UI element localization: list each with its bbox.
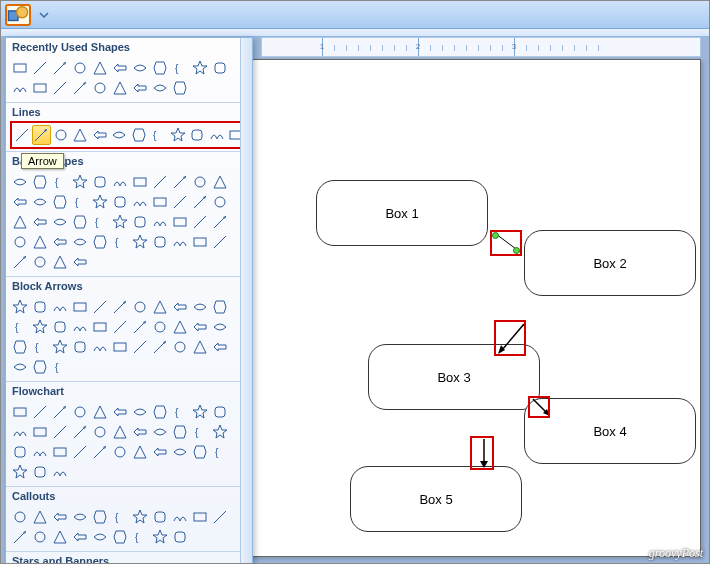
panel-scrollbar[interactable]	[240, 38, 252, 564]
shape-option[interactable]	[130, 422, 150, 442]
shape-option[interactable]	[30, 58, 50, 78]
shape-option[interactable]	[10, 527, 30, 547]
shape-option[interactable]	[30, 462, 50, 482]
shape-option[interactable]	[10, 462, 30, 482]
shape-option[interactable]	[10, 78, 30, 98]
shape-option[interactable]	[50, 58, 70, 78]
shape-option[interactable]	[10, 192, 30, 212]
shape-option[interactable]	[50, 462, 70, 482]
shape-option[interactable]	[150, 192, 170, 212]
shape-option[interactable]	[170, 527, 190, 547]
shape-option[interactable]	[10, 337, 30, 357]
connector-highlight[interactable]	[470, 436, 494, 470]
shape-option[interactable]	[170, 422, 190, 442]
shape-option[interactable]	[70, 297, 90, 317]
line-shape[interactable]	[168, 125, 188, 145]
shape-option[interactable]	[190, 402, 210, 422]
shape-option[interactable]	[210, 507, 230, 527]
shape-option[interactable]: {	[210, 442, 230, 462]
shape-option[interactable]	[130, 442, 150, 462]
shape-option[interactable]	[30, 317, 50, 337]
flowchart-box[interactable]: Box 2	[524, 230, 696, 296]
shape-option[interactable]	[150, 78, 170, 98]
shape-option[interactable]	[150, 317, 170, 337]
shape-option[interactable]	[70, 507, 90, 527]
shape-option[interactable]: {	[130, 527, 150, 547]
shape-option[interactable]	[130, 297, 150, 317]
shape-option[interactable]	[10, 252, 30, 272]
line-shape[interactable]	[51, 125, 71, 145]
shape-option[interactable]: {	[170, 58, 190, 78]
shape-option[interactable]	[190, 317, 210, 337]
shape-option[interactable]	[190, 58, 210, 78]
shape-option[interactable]	[150, 507, 170, 527]
shape-option[interactable]	[190, 507, 210, 527]
shape-option[interactable]	[170, 442, 190, 462]
shape-option[interactable]	[90, 317, 110, 337]
shape-option[interactable]	[90, 442, 110, 462]
shape-option[interactable]	[150, 337, 170, 357]
shape-option[interactable]	[150, 442, 170, 462]
shape-option[interactable]	[50, 442, 70, 462]
shape-option[interactable]	[30, 357, 50, 377]
shape-option[interactable]	[110, 317, 130, 337]
shape-option[interactable]	[30, 252, 50, 272]
shape-option[interactable]	[10, 507, 30, 527]
shape-option[interactable]	[10, 422, 30, 442]
shape-option[interactable]	[50, 252, 70, 272]
shape-option[interactable]	[90, 192, 110, 212]
shape-option[interactable]	[190, 212, 210, 232]
shape-option[interactable]: {	[190, 422, 210, 442]
shape-option[interactable]	[30, 232, 50, 252]
shape-option[interactable]	[70, 212, 90, 232]
shape-option[interactable]: {	[10, 317, 30, 337]
shape-option[interactable]	[70, 402, 90, 422]
shape-option[interactable]	[110, 527, 130, 547]
line-shape[interactable]	[90, 125, 110, 145]
shapes-gallery-button[interactable]	[5, 4, 31, 26]
shape-option[interactable]	[70, 527, 90, 547]
shape-option[interactable]	[210, 422, 230, 442]
shape-option[interactable]	[90, 78, 110, 98]
shape-option[interactable]	[70, 317, 90, 337]
shape-option[interactable]	[190, 172, 210, 192]
shape-option[interactable]	[110, 78, 130, 98]
flowchart-box[interactable]: Box 1	[316, 180, 488, 246]
shape-option[interactable]	[130, 58, 150, 78]
shape-option[interactable]	[10, 357, 30, 377]
shape-option[interactable]	[10, 297, 30, 317]
shape-option[interactable]	[70, 78, 90, 98]
shape-option[interactable]	[130, 507, 150, 527]
shape-option[interactable]	[150, 297, 170, 317]
connector-highlight[interactable]	[494, 320, 526, 356]
shape-option[interactable]	[190, 192, 210, 212]
shape-option[interactable]	[110, 192, 130, 212]
shape-option[interactable]	[30, 297, 50, 317]
shape-option[interactable]	[210, 337, 230, 357]
shape-option[interactable]	[10, 402, 30, 422]
line-shape[interactable]	[207, 125, 227, 145]
shape-option[interactable]	[90, 232, 110, 252]
shape-option[interactable]	[110, 442, 130, 462]
shape-option[interactable]	[30, 422, 50, 442]
shape-option[interactable]	[210, 192, 230, 212]
shape-option[interactable]	[170, 212, 190, 232]
connector-highlight[interactable]	[528, 396, 550, 418]
shape-option[interactable]	[170, 232, 190, 252]
shape-option[interactable]	[110, 422, 130, 442]
line-shape[interactable]	[71, 125, 91, 145]
shape-option[interactable]	[190, 297, 210, 317]
shape-option[interactable]	[210, 297, 230, 317]
shape-option[interactable]	[170, 297, 190, 317]
shape-option[interactable]	[170, 507, 190, 527]
shape-option[interactable]: {	[50, 172, 70, 192]
shape-option[interactable]	[130, 317, 150, 337]
shape-option[interactable]	[50, 232, 70, 252]
shape-option[interactable]	[70, 172, 90, 192]
shape-option[interactable]	[170, 78, 190, 98]
shape-option[interactable]	[110, 172, 130, 192]
flowchart-box[interactable]: Box 5	[350, 466, 522, 532]
shape-option[interactable]	[170, 192, 190, 212]
shape-option[interactable]	[10, 212, 30, 232]
shape-option[interactable]	[170, 172, 190, 192]
